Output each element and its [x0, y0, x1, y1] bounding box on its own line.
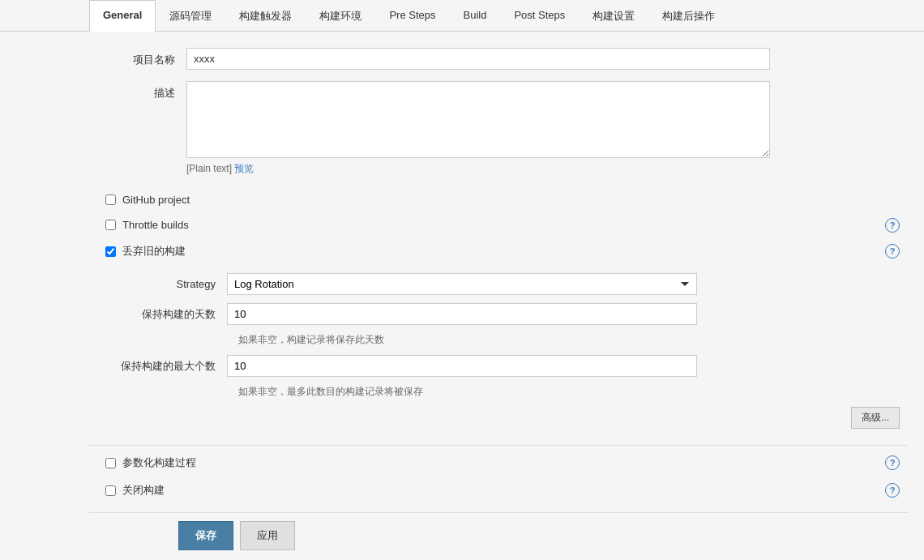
description-label: 描述 [89, 81, 186, 100]
github-project-label[interactable]: GitHub project [122, 194, 190, 206]
tab-build[interactable]: Build [450, 0, 501, 32]
editor-preview-link[interactable]: 预览 [234, 163, 254, 174]
description-textarea[interactable] [186, 81, 770, 158]
tab-build-trigger[interactable]: 构建触发器 [225, 0, 306, 32]
project-name-input[interactable] [186, 48, 770, 70]
throttle-builds-help-icon[interactable]: ? [885, 218, 900, 233]
main-content: 项目名称 描述 [Plain text] 预览 GitHu [0, 32, 924, 560]
keep-max-row: 保持构建的最大个数 [113, 355, 908, 377]
project-name-control [186, 48, 770, 70]
close-build-checkbox[interactable] [105, 485, 116, 496]
strategy-select[interactable]: Log Rotation None [227, 273, 697, 295]
keep-days-label: 保持构建的天数 [113, 307, 227, 322]
discard-old-builds-label[interactable]: 丢弃旧的构建 [122, 244, 186, 259]
keep-max-label: 保持构建的最大个数 [113, 359, 227, 374]
keep-days-input[interactable] [227, 303, 697, 325]
project-name-row: 项目名称 [89, 48, 908, 70]
description-row: 描述 [Plain text] 预览 [89, 81, 908, 176]
tabs-bar: General 源码管理 构建触发器 构建环境 Pre Steps Build … [0, 0, 924, 32]
throttle-builds-row: Throttle builds ? [89, 212, 908, 237]
keep-max-hint: 如果非空，最多此数目的构建记录将被保存 [238, 385, 908, 399]
tab-build-settings[interactable]: 构建设置 [579, 0, 648, 32]
tab-pre-steps[interactable]: Pre Steps [375, 0, 449, 32]
bottom-bar: 保存 应用 [89, 512, 908, 550]
tab-source-mgmt[interactable]: 源码管理 [156, 0, 225, 32]
project-name-label: 项目名称 [89, 48, 186, 67]
editor-format-label: [Plain text] [186, 163, 232, 174]
parameterize-help-icon[interactable]: ? [885, 455, 900, 470]
tab-post-steps[interactable]: Post Steps [500, 0, 579, 32]
save-button[interactable]: 保存 [178, 521, 233, 550]
page-container: General 源码管理 构建触发器 构建环境 Pre Steps Build … [0, 0, 924, 560]
apply-button[interactable]: 应用 [240, 521, 295, 550]
advanced-btn-row: 高级... [113, 407, 908, 429]
discard-old-builds-row: 丢弃旧的构建 ? [89, 237, 908, 265]
close-build-label[interactable]: 关闭构建 [122, 483, 165, 498]
tab-build-env[interactable]: 构建环境 [306, 0, 375, 32]
throttle-builds-checkbox[interactable] [105, 220, 116, 230]
close-build-help-icon[interactable]: ? [885, 483, 900, 498]
form-section: 项目名称 描述 [Plain text] 预览 [89, 48, 908, 176]
editor-footer: [Plain text] 预览 [186, 162, 770, 176]
close-build-row: 关闭构建 ? [89, 477, 908, 504]
strategy-row: Strategy Log Rotation None [113, 273, 908, 295]
github-project-row: GitHub project [89, 187, 908, 212]
parameterize-label[interactable]: 参数化构建过程 [122, 455, 196, 470]
keep-days-hint: 如果非空，构建记录将保存此天数 [238, 333, 908, 347]
strategy-section: Strategy Log Rotation None 保持构建的天数 如果非空，… [89, 265, 908, 440]
tab-post-build-ops[interactable]: 构建后操作 [648, 0, 729, 32]
discard-old-builds-help-icon[interactable]: ? [885, 244, 900, 259]
discard-old-builds-checkbox[interactable] [105, 246, 116, 257]
github-project-checkbox[interactable] [105, 195, 116, 205]
divider1 [89, 445, 908, 446]
parameterize-checkbox[interactable] [105, 458, 116, 468]
tab-general[interactable]: General [89, 0, 156, 32]
keep-days-row: 保持构建的天数 [113, 303, 908, 325]
throttle-builds-label[interactable]: Throttle builds [122, 219, 189, 231]
description-control: [Plain text] 预览 [186, 81, 770, 176]
advanced-button[interactable]: 高级... [851, 407, 900, 429]
parameterize-row: 参数化构建过程 ? [89, 449, 908, 477]
keep-max-input[interactable] [227, 355, 697, 377]
strategy-label: Strategy [113, 278, 227, 290]
